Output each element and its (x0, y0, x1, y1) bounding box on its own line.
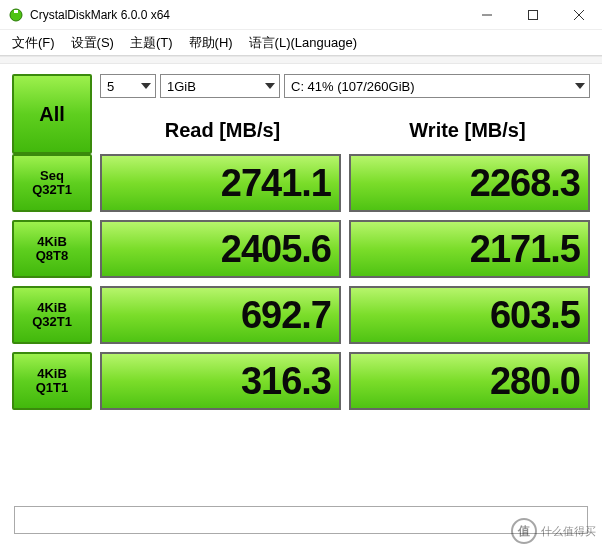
read-column-header: Read [MB/s] (100, 119, 345, 142)
separator (0, 56, 602, 64)
test-label-line2: Q1T1 (36, 381, 69, 395)
test-count-value: 5 (107, 79, 114, 94)
status-bar (14, 506, 588, 534)
test-label-line2: Q32T1 (32, 315, 72, 329)
test-row: 4KiB Q1T1 316.3 280.0 (12, 352, 590, 410)
write-value: 280.0 (349, 352, 590, 410)
window-title: CrystalDiskMark 6.0.0 x64 (30, 8, 464, 22)
column-headers: Read [MB/s] Write [MB/s] (100, 106, 590, 154)
drive-value: C: 41% (107/260GiB) (291, 79, 415, 94)
menu-help[interactable]: 帮助(H) (181, 32, 241, 54)
maximize-button[interactable] (510, 0, 556, 29)
write-value: 2268.3 (349, 154, 590, 212)
menu-settings[interactable]: 设置(S) (63, 32, 122, 54)
svg-rect-1 (14, 10, 18, 13)
write-column-header: Write [MB/s] (345, 119, 590, 142)
test-size-value: 1GiB (167, 79, 196, 94)
run-4kib-q1t1-button[interactable]: 4KiB Q1T1 (12, 352, 92, 410)
test-count-select[interactable]: 5 (100, 74, 156, 98)
menu-file[interactable]: 文件(F) (4, 32, 63, 54)
test-row: Seq Q32T1 2741.1 2268.3 (12, 154, 590, 212)
test-label-line1: 4KiB (37, 301, 67, 315)
test-row: 4KiB Q32T1 692.7 603.5 (12, 286, 590, 344)
run-4kib-q8t8-button[interactable]: 4KiB Q8T8 (12, 220, 92, 278)
window-controls (464, 0, 602, 29)
test-size-select[interactable]: 1GiB (160, 74, 280, 98)
close-button[interactable] (556, 0, 602, 29)
header-right: 5 1GiB C: 41% (107/260GiB) Read [MB/s] W… (100, 74, 590, 154)
test-row: 4KiB Q8T8 2405.6 2171.5 (12, 220, 590, 278)
menu-language[interactable]: 语言(L)(Language) (241, 32, 365, 54)
test-label-line1: 4KiB (37, 235, 67, 249)
benchmark-panel: All 5 1GiB C: 41% (107/260GiB) Read [MB/… (0, 64, 602, 410)
run-all-label: All (39, 103, 65, 125)
chevron-down-icon (575, 83, 585, 89)
chevron-down-icon (265, 83, 275, 89)
test-label-line2: Q8T8 (36, 249, 69, 263)
app-icon (8, 7, 24, 23)
title-bar: CrystalDiskMark 6.0.0 x64 (0, 0, 602, 30)
selects-row: 5 1GiB C: 41% (107/260GiB) (100, 74, 590, 98)
test-label-line2: Q32T1 (32, 183, 72, 197)
header-row: All 5 1GiB C: 41% (107/260GiB) Read [MB/… (12, 74, 590, 154)
read-value: 2741.1 (100, 154, 341, 212)
run-all-button[interactable]: All (12, 74, 92, 154)
run-seq-q32t1-button[interactable]: Seq Q32T1 (12, 154, 92, 212)
menu-bar: 文件(F) 设置(S) 主题(T) 帮助(H) 语言(L)(Language) (0, 30, 602, 56)
drive-select[interactable]: C: 41% (107/260GiB) (284, 74, 590, 98)
read-value: 2405.6 (100, 220, 341, 278)
minimize-button[interactable] (464, 0, 510, 29)
test-label-line1: 4KiB (37, 367, 67, 381)
run-4kib-q32t1-button[interactable]: 4KiB Q32T1 (12, 286, 92, 344)
write-value: 603.5 (349, 286, 590, 344)
test-label-line1: Seq (40, 169, 64, 183)
write-value: 2171.5 (349, 220, 590, 278)
read-value: 692.7 (100, 286, 341, 344)
menu-theme[interactable]: 主题(T) (122, 32, 181, 54)
svg-rect-3 (529, 10, 538, 19)
read-value: 316.3 (100, 352, 341, 410)
chevron-down-icon (141, 83, 151, 89)
